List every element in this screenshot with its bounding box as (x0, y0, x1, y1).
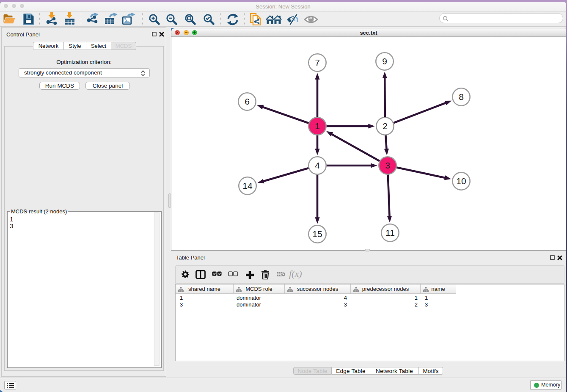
svg-text:4: 4 (315, 160, 320, 170)
svg-text:10: 10 (456, 176, 466, 186)
svg-text:11: 11 (385, 228, 395, 237)
svg-text:2: 2 (383, 121, 388, 131)
svg-text:6: 6 (245, 97, 250, 106)
svg-text:14: 14 (242, 181, 253, 190)
svg-text:1: 1 (315, 121, 320, 131)
svg-text:9: 9 (382, 56, 387, 66)
svg-text:7: 7 (315, 58, 320, 67)
svg-text:15: 15 (312, 229, 322, 239)
svg-text:3: 3 (385, 160, 390, 170)
svg-text:8: 8 (459, 92, 464, 102)
